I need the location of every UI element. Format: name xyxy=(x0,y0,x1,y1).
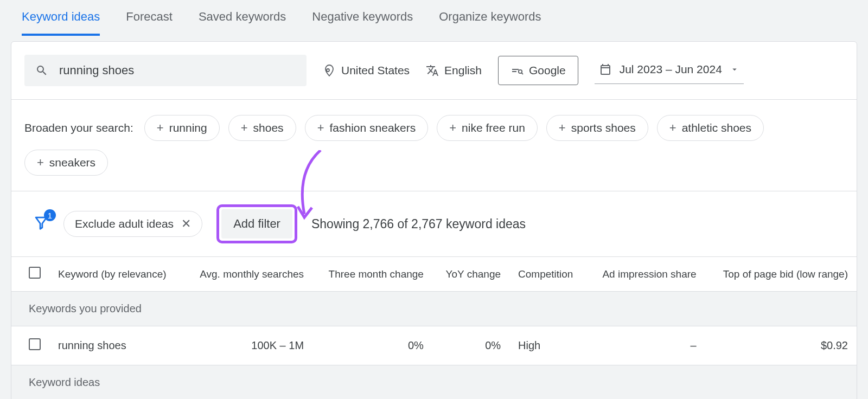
search-row: United States English Google Jul 2023 – … xyxy=(11,42,857,100)
section-ideas: Keyword ideas xyxy=(11,365,857,400)
tab-forecast[interactable]: Forecast xyxy=(126,10,173,36)
broaden-chip-shoes[interactable]: +shoes xyxy=(228,115,296,141)
search-input[interactable] xyxy=(59,63,296,78)
table-row: running shoes 100K – 1M 0% 0% High – $0.… xyxy=(11,326,857,365)
svg-line-1 xyxy=(521,73,523,74)
plus-icon: + xyxy=(449,121,456,135)
svg-point-0 xyxy=(519,70,522,73)
broaden-chip-athletic-shoes[interactable]: +athletic shoes xyxy=(657,115,764,141)
location-control[interactable]: United States xyxy=(323,64,410,77)
broaden-chip-sports-shoes[interactable]: +sports shoes xyxy=(546,115,648,141)
filter-row: 1 Exclude adult ideas ✕ Add filter Showi… xyxy=(11,191,857,257)
section-provided: Keywords you provided xyxy=(11,292,857,326)
translate-icon xyxy=(426,64,439,77)
daterange-label: Jul 2023 – Jun 2024 xyxy=(620,63,722,76)
close-icon[interactable]: ✕ xyxy=(181,217,191,231)
plus-icon: + xyxy=(241,121,248,135)
col-avg-searches[interactable]: Avg. monthly searches xyxy=(183,257,312,292)
daterange-control[interactable]: Jul 2023 – Jun 2024 xyxy=(595,57,744,84)
plus-icon: + xyxy=(37,156,44,170)
location-label: United States xyxy=(341,64,410,77)
language-control[interactable]: English xyxy=(426,64,482,77)
plus-icon: + xyxy=(157,121,164,135)
cell-ad: – xyxy=(586,326,705,365)
select-all-checkbox[interactable] xyxy=(29,267,41,279)
location-icon xyxy=(323,64,336,77)
cell-keyword[interactable]: running shoes xyxy=(49,326,183,365)
broaden-row: Broaden your search: +running +shoes +fa… xyxy=(11,100,857,191)
tab-keyword-ideas[interactable]: Keyword ideas xyxy=(22,10,100,36)
broaden-chip-sneakers[interactable]: +sneakers xyxy=(24,150,108,176)
main-panel: United States English Google Jul 2023 – … xyxy=(11,41,857,399)
cell-three: 0% xyxy=(312,326,432,365)
search-box[interactable] xyxy=(24,55,307,86)
search-icon xyxy=(35,64,48,77)
plus-icon: + xyxy=(559,121,566,135)
col-ad-impression[interactable]: Ad impression share xyxy=(586,257,705,292)
plus-icon: + xyxy=(669,121,676,135)
col-three-month[interactable]: Three month change xyxy=(312,257,432,292)
dropdown-icon xyxy=(730,65,739,74)
cell-avg: 100K – 1M xyxy=(183,326,312,365)
col-competition[interactable]: Competition xyxy=(509,257,586,292)
add-filter-button[interactable]: Add filter xyxy=(221,209,292,239)
row-checkbox[interactable] xyxy=(29,338,41,350)
filter-chip-exclude-adult[interactable]: Exclude adult ideas ✕ xyxy=(63,211,202,237)
network-label: Google xyxy=(529,64,566,77)
language-label: English xyxy=(444,64,482,77)
network-icon xyxy=(510,64,524,77)
col-keyword[interactable]: Keyword (by relevance) xyxy=(49,257,183,292)
broaden-chip-nike-free-run[interactable]: +nike free run xyxy=(437,115,538,141)
network-control[interactable]: Google xyxy=(498,56,578,85)
cell-yoy: 0% xyxy=(432,326,509,365)
calendar-icon xyxy=(599,63,612,76)
cell-bid: $0.92 xyxy=(705,326,857,365)
tab-saved-keywords[interactable]: Saved keywords xyxy=(199,10,286,36)
broaden-chip-fashion-sneakers[interactable]: +fashion sneakers xyxy=(305,115,429,141)
annotation-highlight: Add filter xyxy=(216,204,297,243)
tab-organize-keywords[interactable]: Organize keywords xyxy=(439,10,541,36)
plus-icon: + xyxy=(317,121,324,135)
cell-comp: High xyxy=(509,326,586,365)
showing-text: Showing 2,766 of 2,767 keyword ideas xyxy=(311,217,526,231)
filter-count-badge: 1 xyxy=(44,209,56,221)
keywords-table: Keyword (by relevance) Avg. monthly sear… xyxy=(11,257,857,399)
tab-negative-keywords[interactable]: Negative keywords xyxy=(312,10,413,36)
col-yoy[interactable]: YoY change xyxy=(432,257,509,292)
col-top-bid-low[interactable]: Top of page bid (low range) xyxy=(705,257,857,292)
tabs-bar: Keyword ideas Forecast Saved keywords Ne… xyxy=(0,0,868,36)
filter-icon-button[interactable]: 1 xyxy=(33,215,49,233)
broaden-label: Broaden your search: xyxy=(24,121,133,134)
broaden-chip-running[interactable]: +running xyxy=(144,115,220,141)
